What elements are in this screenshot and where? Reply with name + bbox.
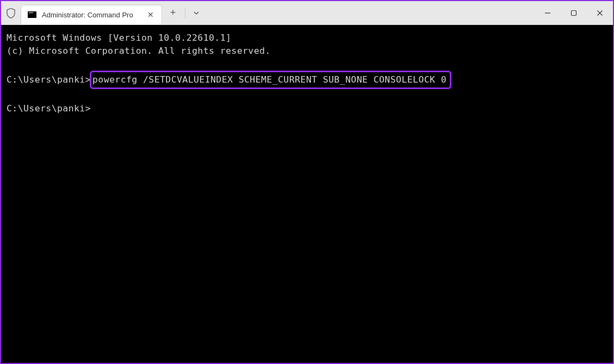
tab-title: Administrator: Command Pro <box>42 11 141 19</box>
divider <box>185 8 185 18</box>
new-tab-button[interactable]: + <box>162 1 184 24</box>
terminal-banner-line2: (c) Microsoft Corporation. All rights re… <box>7 46 271 56</box>
tab-active[interactable]: Administrator: Command Pro ✕ <box>21 5 162 24</box>
maximize-button[interactable] <box>561 1 587 24</box>
terminal-prompt-2: C:\Users\panki> <box>7 103 91 114</box>
minimize-button[interactable] <box>535 1 561 24</box>
terminal-banner-line1: Microsoft Windows [Version 10.0.22610.1] <box>7 33 231 43</box>
close-tab-button[interactable]: ✕ <box>146 10 155 19</box>
close-window-button[interactable] <box>587 1 613 24</box>
svg-rect-1 <box>572 10 576 15</box>
tab-dropdown-button[interactable] <box>187 1 206 24</box>
window-controls <box>535 1 613 24</box>
terminal-content[interactable]: Microsoft Windows [Version 10.0.22610.1]… <box>1 25 613 363</box>
cmd-icon <box>28 11 36 18</box>
shield-icon <box>1 1 21 24</box>
terminal-prompt-1: C:\Users\panki> <box>7 74 91 85</box>
titlebar: Administrator: Command Pro ✕ + <box>1 1 613 25</box>
highlighted-command: powercfg /SETDCVALUEINDEX SCHEME_CURRENT… <box>90 71 451 89</box>
